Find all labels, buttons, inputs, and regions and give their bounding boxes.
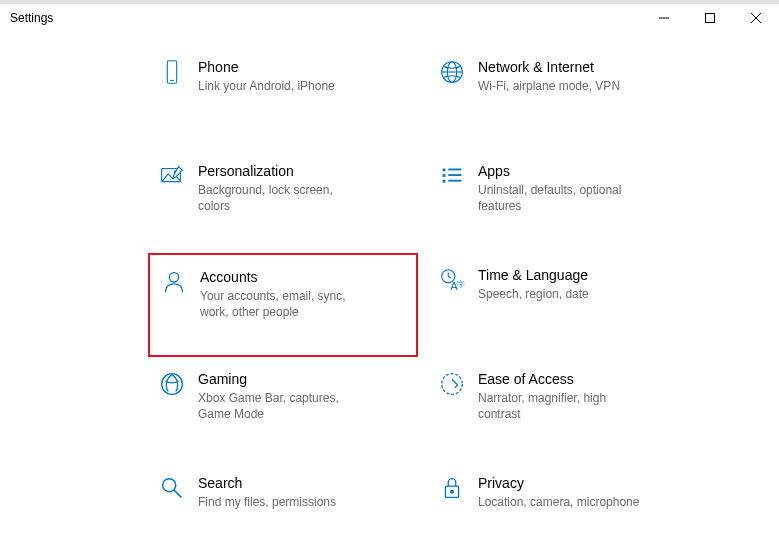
tile-text: Network & Internet Wi-Fi, airplane mode,… [478,55,628,94]
tile-personalization[interactable]: Personalization Background, lock screen,… [148,149,418,253]
privacy-icon [432,471,472,505]
svg-point-28 [451,490,454,493]
tile-text: Time & Language Speech, region, date [478,263,597,302]
tile-text: Ease of Access Narrator, magnifier, high… [478,367,656,422]
tile-title: Time & Language [478,266,589,284]
tile-subtitle: Speech, region, date [478,286,589,302]
tile-text: Gaming Xbox Game Bar, captures, Game Mod… [198,367,376,422]
tile-title: Phone [198,58,335,76]
maximize-button[interactable] [687,4,733,32]
search-icon [152,471,192,505]
gaming-icon [152,367,192,401]
tile-text: Phone Link your Android, iPhone [198,55,343,94]
content-area: Phone Link your Android, iPhone Network … [0,32,779,546]
tile-title: Network & Internet [478,58,620,76]
window-controls [641,4,779,32]
minimize-icon [659,13,669,23]
tile-subtitle: Narrator, magnifier, high contrast [478,390,648,422]
tile-subtitle: Background, lock screen, colors [198,182,368,214]
accounts-icon [154,265,194,299]
close-icon [751,13,761,23]
maximize-icon [705,13,715,23]
personalization-icon [152,159,192,193]
svg-rect-16 [448,180,461,182]
tile-subtitle: Find my files, permissions [198,494,336,510]
tile-time[interactable]: A字 Time & Language Speech, region, date [428,253,698,357]
network-icon [432,55,472,89]
tile-title: Privacy [478,474,639,492]
tile-network[interactable]: Network & Internet Wi-Fi, airplane mode,… [428,45,698,149]
tile-ease[interactable]: Ease of Access Narrator, magnifier, high… [428,357,698,461]
svg-point-23 [162,374,183,395]
svg-point-17 [169,273,178,282]
svg-rect-12 [443,174,446,177]
svg-rect-1 [706,14,715,23]
tile-text: Search Find my files, permissions [198,471,344,510]
svg-line-20 [448,276,451,278]
tile-subtitle: Your accounts, email, sync, work, other … [200,288,370,320]
svg-rect-15 [448,174,461,176]
apps-icon [432,159,472,193]
phone-icon [152,55,192,89]
tile-subtitle: Link your Android, iPhone [198,78,335,94]
tile-text: Privacy Location, camera, microphone [478,471,647,510]
tile-phone[interactable]: Phone Link your Android, iPhone [148,45,418,149]
tile-title: Gaming [198,370,368,388]
tile-subtitle: Wi-Fi, airplane mode, VPN [478,78,620,94]
tile-subtitle: Xbox Game Bar, captures, Game Mode [198,390,368,422]
tile-text: Personalization Background, lock screen,… [198,159,376,214]
tile-search[interactable]: Search Find my files, permissions [148,461,418,546]
tile-apps[interactable]: Apps Uninstall, defaults, optional featu… [428,149,698,253]
svg-rect-13 [443,180,446,183]
settings-grid: Phone Link your Android, iPhone Network … [148,45,698,546]
tile-subtitle: Location, camera, microphone [478,494,639,510]
tile-title: Search [198,474,336,492]
svg-rect-14 [448,169,461,171]
tile-accounts[interactable]: Accounts Your accounts, email, sync, wor… [148,253,418,357]
tile-subtitle: Uninstall, defaults, optional features [478,182,648,214]
minimize-button[interactable] [641,4,687,32]
ease-icon [432,367,472,401]
svg-point-25 [163,479,176,492]
close-button[interactable] [733,4,779,32]
svg-rect-11 [443,169,446,172]
tile-text: Apps Uninstall, defaults, optional featu… [478,159,656,214]
window-title: Settings [10,11,53,25]
svg-text:字: 字 [457,280,465,289]
tile-title: Personalization [198,162,368,180]
tile-text: Accounts Your accounts, email, sync, wor… [200,265,378,320]
svg-line-26 [174,490,182,498]
titlebar: Settings [0,4,779,32]
tile-privacy[interactable]: Privacy Location, camera, microphone [428,461,698,546]
tile-title: Ease of Access [478,370,648,388]
tile-gaming[interactable]: Gaming Xbox Game Bar, captures, Game Mod… [148,357,418,461]
time-icon: A字 [432,263,472,297]
tile-title: Apps [478,162,648,180]
svg-point-24 [442,374,463,395]
tile-title: Accounts [200,268,370,286]
